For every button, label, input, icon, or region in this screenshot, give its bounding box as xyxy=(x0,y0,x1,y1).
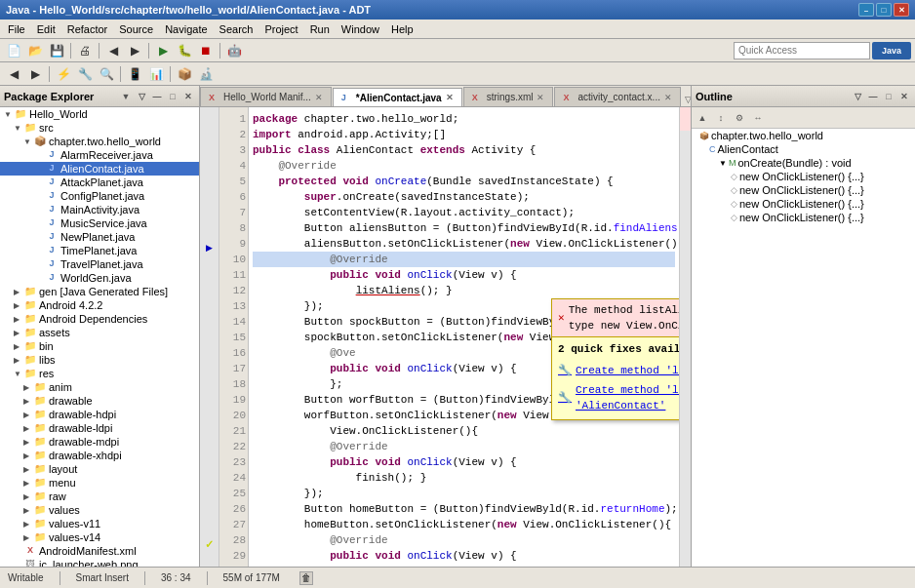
tab-activity[interactable]: X activity_contact.x... ✕ xyxy=(554,87,680,106)
quick-access-input[interactable] xyxy=(734,42,870,59)
tree-item-music[interactable]: J MusicService.java xyxy=(0,216,199,230)
tree-item-launcher[interactable]: 🖼 ic_launcher-web.png xyxy=(0,558,199,567)
tree-item-layout[interactable]: ▶ 📁 layout xyxy=(0,462,199,476)
tree-item-menu[interactable]: ▶ 📁 menu xyxy=(0,476,199,490)
tab-alien-contact[interactable]: J *AlienContact.java ✕ xyxy=(333,88,462,107)
outline-close-button[interactable]: ✕ xyxy=(897,90,911,103)
menu-file[interactable]: File xyxy=(2,21,31,37)
outline-item-inner-4[interactable]: ◇ new OnClickListener() {...} xyxy=(692,211,915,224)
tree-item-anim[interactable]: ▶ 📁 anim xyxy=(0,380,199,394)
tree-item-res[interactable]: ▼ 📁 res xyxy=(0,367,199,380)
outline-item-package[interactable]: 📦 chapter.two.hello_world xyxy=(692,129,915,142)
tree-item-drawable-xhdpi[interactable]: ▶ 📁 drawable-xhdpi xyxy=(0,449,199,462)
tree-item-src[interactable]: ▼ 📁 src xyxy=(0,121,199,135)
tab-close-strings[interactable]: ✕ xyxy=(537,93,544,102)
tree-item-android422[interactable]: ▶ 📁 Android 4.2.2 xyxy=(0,298,199,312)
tree-item-alarm[interactable]: J AlarmReceiver.java xyxy=(0,148,199,162)
outline-item-inner-3[interactable]: ◇ new OnClickListener() {...} xyxy=(692,197,915,211)
tree-item-travel[interactable]: J TravelPlanet.java xyxy=(0,257,199,271)
code-content[interactable]: package chapter.two.hello_world; import … xyxy=(249,107,679,567)
menu-window[interactable]: Window xyxy=(336,21,385,37)
run-button[interactable]: ▶ xyxy=(153,41,173,60)
forward-button[interactable]: ▶ xyxy=(125,41,144,60)
tree-item-gen[interactable]: ▶ 📁 gen [Java Generated Files] xyxy=(0,285,199,298)
tb2-btn-9[interactable]: 🔬 xyxy=(196,64,216,84)
outline-item-inner-2[interactable]: ◇ new OnClickListener() {...} xyxy=(692,183,915,197)
outline-minimize-button[interactable]: — xyxy=(866,90,880,103)
back-button[interactable]: ◀ xyxy=(103,41,123,60)
menu-help[interactable]: Help xyxy=(385,21,419,37)
outline-item-oncreate[interactable]: ▼ M onCreate(Bundle) : void xyxy=(692,156,915,170)
menu-navigate[interactable]: Navigate xyxy=(159,21,213,37)
menu-edit[interactable]: Edit xyxy=(31,21,61,37)
outline-collapse-button[interactable]: ▲ xyxy=(694,109,711,127)
pkg-maximize-button[interactable]: □ xyxy=(166,90,179,103)
tree-item-values-v11[interactable]: ▶ 📁 values-v11 xyxy=(0,517,199,530)
pkg-collapse-button[interactable]: ▼ xyxy=(119,90,133,103)
tb2-btn-5[interactable]: 🔍 xyxy=(97,64,116,84)
tree-item-alien-contact[interactable]: J AlienContact.java xyxy=(0,162,199,176)
tb2-btn-2[interactable]: ▶ xyxy=(25,64,45,84)
code-editor[interactable]: ▶ xyxy=(200,107,691,567)
quickfix-item-1[interactable]: 🔧 Create method 'listAliens()' xyxy=(558,361,679,380)
workbench-button[interactable]: Java xyxy=(872,42,911,59)
tree-item-bin[interactable]: ▶ 📁 bin xyxy=(0,339,199,353)
tree-item-drawable-hdpi[interactable]: ▶ 📁 drawable-hdpi xyxy=(0,408,199,421)
tb2-btn-7[interactable]: 📊 xyxy=(146,64,166,84)
tab-strings[interactable]: X strings.xml ✕ xyxy=(463,87,554,106)
tree-item-hello-world[interactable]: ▼ 📁 Hello_World xyxy=(0,107,199,121)
tb2-btn-3[interactable]: ⚡ xyxy=(54,64,73,84)
pkg-close-button[interactable]: ✕ xyxy=(181,90,195,103)
tree-item-newplanet[interactable]: J NewPlanet.java xyxy=(0,230,199,244)
stop-button[interactable]: ⏹ xyxy=(196,41,216,60)
outline-sort-button[interactable]: ↕ xyxy=(712,109,730,127)
new-button[interactable]: 📄 xyxy=(4,41,23,60)
memory-icon[interactable]: 🗑 xyxy=(299,571,313,585)
menu-search[interactable]: Search xyxy=(214,21,259,37)
tree-item-values-v14[interactable]: ▶ 📁 values-v14 xyxy=(0,530,199,544)
maximize-button[interactable]: □ xyxy=(876,3,892,17)
tab-close-manifest[interactable]: ✕ xyxy=(315,93,323,102)
tree-item-values[interactable]: ▶ 📁 values xyxy=(0,503,199,517)
menu-run[interactable]: Run xyxy=(304,21,336,37)
tab-close-activity[interactable]: ✕ xyxy=(664,93,672,102)
tree-item-package[interactable]: ▼ 📦 chapter.two.hello_world xyxy=(0,135,199,148)
minimize-button[interactable]: – xyxy=(858,3,874,17)
tb2-btn-1[interactable]: ◀ xyxy=(4,64,23,84)
menu-project[interactable]: Project xyxy=(259,21,303,37)
tb2-btn-8[interactable]: 📦 xyxy=(175,64,194,84)
tree-item-drawable-ldpi[interactable]: ▶ 📁 drawable-ldpi xyxy=(0,421,199,435)
menu-refactor[interactable]: Refactor xyxy=(61,21,114,37)
outline-filter-button[interactable]: ⚙ xyxy=(731,109,748,127)
outline-item-class[interactable]: C AlienContact xyxy=(692,142,915,156)
tree-item-drawable[interactable]: ▶ 📁 drawable xyxy=(0,394,199,408)
debug-button[interactable]: 🐛 xyxy=(175,41,194,60)
quickfix-item-2[interactable]: 🔧 Create method 'listAliens()' in type '… xyxy=(558,380,679,415)
tree-item-config[interactable]: J ConfigPlanet.java xyxy=(0,189,199,203)
tab-close-alien-contact[interactable]: ✕ xyxy=(446,93,454,102)
outline-maximize-button[interactable]: □ xyxy=(882,90,895,103)
tree-item-manifest[interactable]: X AndroidManifest.xml xyxy=(0,544,199,558)
tree-item-raw[interactable]: ▶ 📁 raw xyxy=(0,490,199,503)
tree-item-time[interactable]: J TimePlanet.java xyxy=(0,244,199,257)
tree-item-assets[interactable]: ▶ 📁 assets xyxy=(0,326,199,339)
tree-item-attack[interactable]: J AttackPlanet.java xyxy=(0,176,199,189)
pkg-menu-button[interactable]: ▽ xyxy=(135,90,148,103)
save-button[interactable]: 💾 xyxy=(47,41,66,60)
menu-source[interactable]: Source xyxy=(113,21,159,37)
outline-menu-button[interactable]: ▽ xyxy=(851,90,864,103)
android-button[interactable]: 🤖 xyxy=(224,41,244,60)
pkg-minimize-button[interactable]: — xyxy=(150,90,164,103)
tree-item-main[interactable]: J MainActivity.java xyxy=(0,203,199,216)
tab-manifest[interactable]: X Hello_World Manif... ✕ xyxy=(200,87,332,106)
tree-item-drawable-mdpi[interactable]: ▶ 📁 drawable-mdpi xyxy=(0,435,199,449)
tb2-btn-6[interactable]: 📱 xyxy=(125,64,144,84)
outline-item-inner-1[interactable]: ◇ new OnClickListener() {...} xyxy=(692,170,915,183)
outline-sync-button[interactable]: ↔ xyxy=(749,109,767,127)
open-button[interactable]: 📂 xyxy=(25,41,45,60)
editor-menu-button[interactable]: ▽ xyxy=(682,93,691,106)
tb2-btn-4[interactable]: 🔧 xyxy=(75,64,95,84)
tree-item-libs[interactable]: ▶ 📁 libs xyxy=(0,353,199,367)
close-button[interactable]: ✕ xyxy=(894,3,909,17)
tree-item-worldgen[interactable]: J WorldGen.java xyxy=(0,271,199,285)
